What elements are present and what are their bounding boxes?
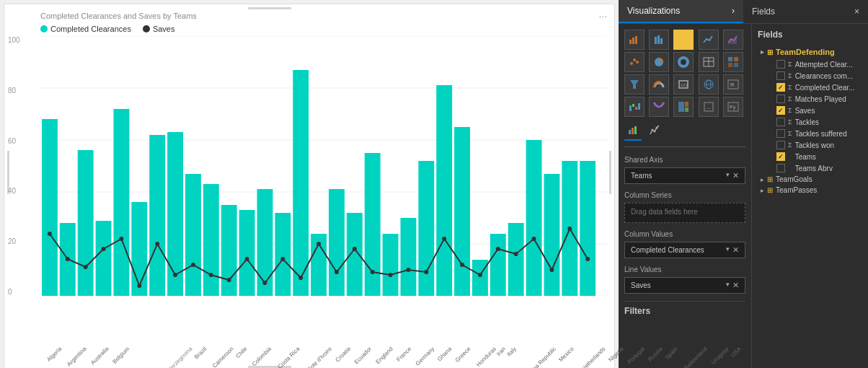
svg-rect-17 bbox=[239, 210, 255, 296]
svg-rect-90 bbox=[734, 63, 738, 67]
column-series-drag-area[interactable]: Drag data fields here bbox=[624, 203, 745, 223]
field-subgroup-teampasses[interactable]: ▸ ⊞ TeamPasses bbox=[758, 185, 862, 196]
viz-icon-python[interactable]: Py bbox=[723, 97, 743, 117]
shared-axis-field[interactable]: Teams ▾ ✕ bbox=[624, 167, 745, 184]
field-checkbox-teams-abrv[interactable] bbox=[776, 164, 785, 172]
viz-tab-format[interactable] bbox=[624, 123, 642, 141]
viz-icon-column[interactable] bbox=[649, 30, 669, 50]
svg-point-51 bbox=[298, 276, 303, 280]
svg-point-46 bbox=[209, 273, 213, 277]
field-item-tackles-won[interactable]: Σ Tackles won bbox=[763, 139, 862, 151]
svg-point-37 bbox=[48, 232, 52, 236]
viz-icon-card[interactable]: 123 bbox=[673, 74, 694, 95]
viz-icon-waterfall[interactable] bbox=[624, 97, 645, 117]
field-checkbox-matches-played[interactable] bbox=[776, 95, 785, 103]
field-item-tackles[interactable]: Σ Tackles bbox=[763, 116, 862, 128]
line-values-remove-button[interactable]: ✕ bbox=[732, 281, 739, 290]
subgroup-teampasses-label: TeamPasses bbox=[776, 186, 817, 194]
field-checkbox-tackles-won[interactable] bbox=[776, 141, 785, 149]
line-values-field[interactable]: Saves ▾ ✕ bbox=[624, 277, 745, 294]
field-item-saves[interactable]: ✓ Σ Saves bbox=[763, 105, 862, 116]
column-values-remove-button[interactable]: ✕ bbox=[732, 245, 739, 255]
column-values-dropdown-icon[interactable]: ▾ bbox=[726, 245, 730, 255]
column-series-label: Column Series bbox=[624, 191, 745, 199]
svg-rect-89 bbox=[728, 63, 732, 67]
viz-icon-donut[interactable] bbox=[673, 52, 694, 72]
field-item-teams-abrv[interactable]: Σ Teams Abrv bbox=[763, 162, 862, 174]
viz-icon-funnel[interactable] bbox=[624, 74, 645, 95]
shared-axis-dropdown-icon[interactable]: ▾ bbox=[726, 171, 730, 180]
viz-icon-ribbon[interactable] bbox=[649, 97, 669, 117]
svg-point-67 bbox=[585, 257, 590, 261]
field-checkbox-attempted-clear[interactable] bbox=[776, 60, 785, 69]
field-item-tackles-suffered[interactable]: Σ Tackles suffered bbox=[763, 128, 862, 139]
svg-rect-100 bbox=[632, 104, 634, 107]
viz-icon-line[interactable] bbox=[699, 30, 719, 50]
svg-point-44 bbox=[173, 273, 177, 277]
panel-header: Visualizations › Fields × bbox=[619, 0, 868, 24]
tab-visualizations[interactable]: Visualizations › bbox=[619, 0, 743, 23]
column-values-field[interactable]: Completed Clearances ▾ ✕ bbox=[624, 242, 745, 258]
svg-rect-30 bbox=[472, 260, 488, 296]
viz-icon-pie[interactable] bbox=[649, 52, 669, 72]
legend-color-saves bbox=[143, 25, 150, 32]
viz-icon-treemap[interactable] bbox=[673, 97, 694, 117]
resize-handle-top[interactable] bbox=[248, 7, 291, 9]
svg-rect-11 bbox=[131, 202, 147, 296]
field-subgroup-teamgoals[interactable]: ▸ ⊞ TeamGoals bbox=[758, 174, 862, 185]
field-label-tackles-suffered: Tackles suffered bbox=[795, 130, 847, 138]
field-checkbox-completed-clear[interactable]: ✓ bbox=[776, 83, 785, 92]
viz-icon-matrix[interactable] bbox=[723, 52, 743, 72]
field-checkbox-teams[interactable]: ✓ bbox=[776, 152, 785, 161]
viz-icon-custom[interactable]: ... bbox=[699, 97, 719, 117]
legend-label-saves: Saves bbox=[153, 25, 175, 33]
viz-icon-combo[interactable] bbox=[673, 30, 694, 50]
viz-tab-analytics[interactable] bbox=[646, 123, 663, 141]
viz-icon-table[interactable] bbox=[699, 52, 719, 72]
viz-icon-r-script[interactable]: R bbox=[723, 74, 743, 95]
field-item-teams[interactable]: ✓ Σ Teams bbox=[763, 151, 862, 162]
svg-point-113 bbox=[652, 129, 654, 131]
shared-axis-remove-button[interactable]: ✕ bbox=[732, 171, 739, 180]
tab-fields-close[interactable]: × bbox=[854, 6, 859, 17]
viz-icon-bar[interactable] bbox=[624, 30, 645, 50]
field-item-clearances-com[interactable]: Σ Clearances com... bbox=[763, 70, 862, 82]
svg-rect-104 bbox=[685, 102, 688, 107]
field-checkbox-tackles-suffered[interactable] bbox=[776, 129, 785, 138]
field-item-matches-played[interactable]: Σ Matches Played bbox=[763, 93, 862, 105]
field-checkbox-tackles[interactable] bbox=[776, 118, 785, 126]
svg-point-61 bbox=[478, 273, 482, 277]
fields-group-team-defending: ▸ ⊞ TeamDefending Σ Attempted Clear... Σ bbox=[758, 45, 862, 196]
field-label-teams: Teams bbox=[795, 153, 816, 161]
field-checkbox-clearances-com[interactable] bbox=[776, 71, 785, 80]
column-values-label: Column Values bbox=[624, 230, 745, 238]
resize-handle-right[interactable] bbox=[609, 151, 611, 194]
field-checkbox-saves[interactable]: ✓ bbox=[776, 106, 785, 115]
field-item-completed-clear[interactable]: ✓ Σ Completed Clear... bbox=[763, 82, 862, 93]
svg-text:123: 123 bbox=[681, 83, 688, 87]
svg-point-62 bbox=[496, 247, 500, 251]
viz-icon-scatter[interactable] bbox=[624, 52, 645, 72]
fields-group-header-team-defending[interactable]: ▸ ⊞ TeamDefending bbox=[758, 45, 862, 58]
subgroup-teamgoals-label: TeamGoals bbox=[776, 175, 812, 183]
group-label: TeamDefending bbox=[776, 48, 835, 56]
svg-rect-27 bbox=[418, 161, 434, 296]
group-expand-arrow: ▸ bbox=[761, 48, 764, 56]
svg-rect-69 bbox=[632, 38, 634, 44]
svg-rect-31 bbox=[490, 234, 506, 296]
field-label-attempted-clear: Attempted Clear... bbox=[795, 61, 853, 69]
svg-rect-102 bbox=[638, 103, 640, 110]
fields-title: Fields bbox=[758, 30, 862, 40]
line-values-dropdown-icon[interactable]: ▾ bbox=[726, 281, 730, 290]
tab-fields[interactable]: Fields × bbox=[743, 0, 868, 23]
viz-icon-gauge[interactable] bbox=[649, 74, 669, 95]
chart-menu-button[interactable]: ··· bbox=[598, 10, 607, 22]
svg-rect-19 bbox=[275, 213, 291, 296]
viz-icon-area[interactable] bbox=[723, 30, 743, 50]
divider bbox=[624, 301, 745, 302]
field-item-attempted-clear[interactable]: Σ Attempted Clear... bbox=[763, 58, 862, 70]
svg-rect-10 bbox=[113, 109, 129, 296]
field-sigma-tackles-suffered: Σ bbox=[788, 130, 792, 137]
svg-point-63 bbox=[514, 252, 518, 256]
viz-icon-map[interactable] bbox=[699, 74, 719, 95]
